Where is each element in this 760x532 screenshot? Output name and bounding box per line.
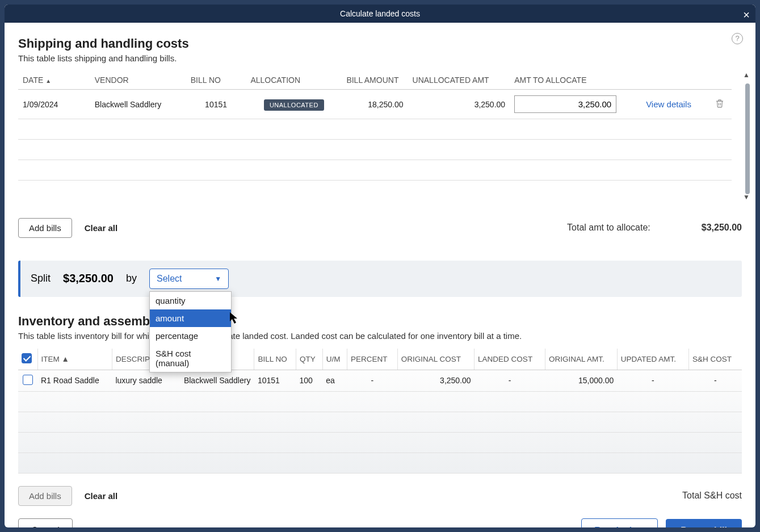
sh-bills-table: DATE▲ VENDOR BILL NO ALLOCATION BILL AMO… [18,71,732,201]
sh-subtitle: This table lists shipping and handling b… [18,53,742,63]
option-percentage[interactable]: percentage [150,327,231,345]
help-icon[interactable]: ? [732,33,743,44]
cell-delete [708,90,732,119]
split-amount: $3,250.00 [63,272,114,285]
empty-row [18,453,742,473]
items-section: Inventory and assembly items This table … [18,314,742,474]
add-bills-button[interactable]: Add bills [18,218,72,238]
cell-percent: - [347,370,397,391]
cell-origcost: 3,250.00 [397,370,474,391]
col-percent[interactable]: PERCENT [347,349,397,370]
col-updated[interactable]: UPDATED AMT. [617,349,688,370]
cell-desc: luxury saddle [112,370,180,391]
unallocated-badge: UNALLOCATED [264,99,324,111]
cell-allocation: UNALLOCATED [246,90,342,119]
total-allocate: Total amt to allocate: $3,250.00 [567,223,742,233]
col-check [18,349,37,370]
col-actions [629,71,707,90]
col-origcost[interactable]: ORIGINAL COST [397,349,474,370]
sh-row[interactable]: 1/09/2024 Blackwell Saddlery 10151 UNALL… [18,90,732,119]
total-allocate-label: Total amt to allocate: [567,223,650,233]
scroll-up-icon[interactable]: ▲ [743,71,750,79]
col-shcost[interactable]: S&H COST [689,349,742,370]
landed-costs-dialog: Calculate landed costs × ? Shipping and … [5,5,755,527]
cell-landed: - [475,370,545,391]
col-delete [708,71,732,90]
chevron-down-icon: ▼ [215,275,221,283]
cell-unalloc: 3,250.00 [408,90,510,119]
col-vendor[interactable]: VENDOR [90,71,186,90]
empty-row [18,391,742,412]
empty-row [18,140,732,160]
cell-billno: 10151 [186,90,246,119]
col-date[interactable]: DATE▲ [18,71,90,90]
scrollbar[interactable] [745,83,750,194]
col-origamt[interactable]: ORIGINAL AMT. [545,349,617,370]
col-amtalloc[interactable]: AMT TO ALLOCATE [510,71,629,90]
col-billno[interactable]: BILL NO [186,71,246,90]
close-icon[interactable]: × [743,6,750,24]
col-billno2[interactable]: BILL NO [254,349,296,370]
split-select[interactable]: Select ▼ [149,269,229,289]
post-to-bill-button[interactable]: Post to bill [666,519,742,528]
cancel-button[interactable]: Cancel [18,518,73,528]
cell-vendor: Blackwell Saddlery [90,90,186,119]
recalculate-button[interactable]: Recalculate [581,518,658,528]
col-billamount[interactable]: BILL AMOUNT [342,71,408,90]
cell-qty: 100 [296,370,323,391]
option-sh-manual[interactable]: S&H cost (manual) [150,345,231,372]
items-subtitle: This table lists inventory bill for whic… [18,331,742,341]
view-details-link[interactable]: View details [646,99,691,109]
items-heading: Inventory and assembly items [18,314,742,329]
items-row[interactable]: R1 Road Saddle luxury saddle Blackwell S… [18,370,742,391]
row-checkbox[interactable] [23,375,33,385]
empty-row [18,412,742,432]
items-actions-row: Add bills Clear all Total S&H cost [18,486,742,506]
check-all[interactable] [22,353,32,363]
split-dropdown: quantity amount percentage S&H cost (man… [149,291,232,372]
split-select-label: Select [157,274,182,284]
empty-row [18,119,732,140]
col-unalloc[interactable]: UNALLOCATED AMT [408,71,510,90]
clear-all-link-2[interactable]: Clear all [85,491,117,501]
col-qty[interactable]: QTY [296,349,323,370]
empty-row [18,160,732,181]
items-header-row: ITEM ▲ DESCRIPTION VENDOR BILL NO QTY U/… [18,349,742,370]
split-by-label: by [126,273,137,284]
col-item[interactable]: ITEM ▲ [37,349,112,370]
sort-asc-icon: ▲ [62,355,69,363]
split-label: Split [31,273,51,284]
total-allocate-value: $3,250.00 [702,223,742,233]
dialog-footer: Cancel Recalculate Post to bill [18,506,742,528]
titlebar: Calculate landed costs × [5,5,755,23]
cell-billamount: 18,250.00 [342,90,408,119]
empty-row [18,181,732,201]
dialog-title: Calculate landed costs [340,9,420,18]
items-table: ITEM ▲ DESCRIPTION VENDOR BILL NO QTY U/… [18,349,742,474]
sort-asc-icon: ▲ [45,78,51,84]
empty-row [18,432,742,453]
option-amount[interactable]: amount [150,309,231,327]
dialog-content: ? Shipping and handling costs This table… [5,23,755,527]
cell-origamt: 15,000.00 [545,370,617,391]
cell-date: 1/09/2024 [18,90,90,119]
split-select-wrap: Select ▼ quantity amount percentage S&H … [149,269,229,289]
add-bills-button-2[interactable]: Add bills [18,486,72,506]
trash-icon[interactable] [715,98,725,109]
cell-shcost: - [689,370,742,391]
col-allocation[interactable]: ALLOCATION [246,71,342,90]
total-sh-label: Total S&H cost [682,491,742,501]
clear-all-link[interactable]: Clear all [85,223,117,233]
cell-vendor2: Blackwell Saddlery [180,370,254,391]
cell-billno2: 10151 [254,370,296,391]
cell-amtalloc [510,90,629,119]
cell-um: ea [322,370,347,391]
scroll-down-icon[interactable]: ▼ [743,193,750,201]
cell-item: R1 Road Saddle [37,370,112,391]
col-landed[interactable]: LANDED COST [475,349,545,370]
col-um[interactable]: U/M [322,349,347,370]
amt-to-allocate-input[interactable] [514,95,616,113]
sh-header-row: DATE▲ VENDOR BILL NO ALLOCATION BILL AMO… [18,71,732,90]
option-quantity[interactable]: quantity [150,292,231,309]
split-bar: Split $3,250.00 by Select ▼ quantity amo… [18,261,742,297]
